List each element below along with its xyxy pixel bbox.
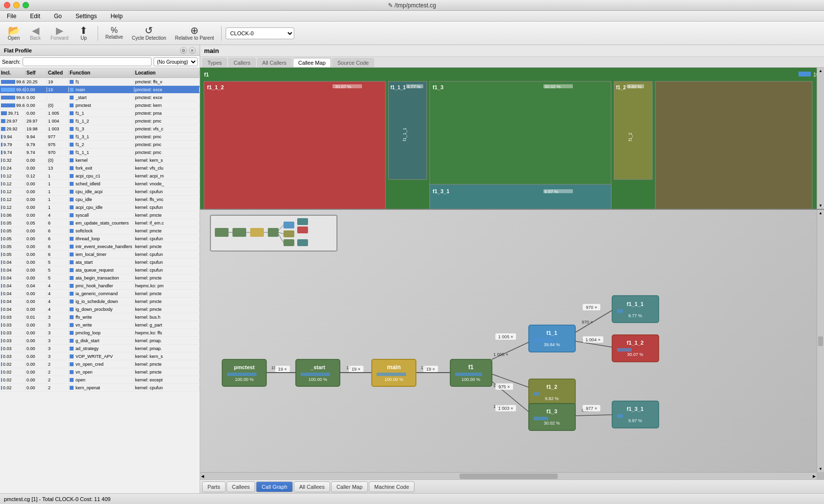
bottom-tab-parts[interactable]: Parts [202, 481, 226, 492]
svg-line-56 [575, 310, 612, 332]
panel-settings-button[interactable]: ⚙ [180, 47, 187, 54]
back-button[interactable]: ◀ Back [26, 24, 45, 43]
menu-help[interactable]: Help [107, 12, 126, 21]
table-row[interactable]: 0.05 0.00 6 intr_event_execute_handlers … [0, 243, 200, 251]
table-row[interactable]: 0.12 0.00 1 acpi_cpu_idle kernel: cpufun [0, 203, 200, 211]
svg-text:30.07 %: 30.07 % [335, 84, 351, 89]
bottom-tab-machine-code[interactable]: Machine Code [369, 481, 414, 492]
search-input[interactable] [23, 57, 152, 66]
scroll-down-button[interactable]: ▼ [817, 467, 824, 472]
minimize-button[interactable] [13, 2, 20, 8]
td-self: 0.00 [26, 385, 47, 390]
table-row[interactable]: 0.02 0.00 2 vn_open kernel: pmcte [0, 368, 200, 376]
table-row[interactable]: 0.12 0.00 1 cpu_idle_acpi kernel: cpufun [0, 188, 200, 196]
tab-callers[interactable]: Callers [228, 58, 256, 67]
table-row[interactable]: 0.12 0.00 1 cpu_idle kernel: ffs_vnc [0, 196, 200, 203]
table-row[interactable]: 0.03 0.00 3 g_disk_start kernel: pmap. [0, 337, 200, 345]
table-row[interactable]: 29.97 29.97 1 004 f1_1_2 pmctest: pmc [0, 117, 200, 125]
table-row[interactable]: 99.67 0.00 _start pmctest: exce [0, 94, 200, 101]
scroll-left-button[interactable]: ◀ [200, 474, 204, 479]
table-row[interactable]: 9.94 9.94 977 f1_3_1 pmctest: pmc [0, 133, 200, 141]
table-row[interactable]: 0.02 0.00 2 open kernel: except [0, 376, 200, 384]
menubar: File Edit Go Settings Help [0, 11, 824, 22]
table-row[interactable]: 0.06 0.00 4 syscall kernel: pmcte [0, 211, 200, 219]
td-loc: kernel: kern_s [134, 158, 200, 163]
table-row[interactable]: 0.03 0.00 3 vn_write kernel: g_part [0, 321, 200, 329]
scroll-thumb[interactable] [818, 336, 823, 346]
bottom-tab-caller-map[interactable]: Caller Map [331, 481, 368, 492]
svg-rect-96 [617, 348, 632, 352]
table-row[interactable]: 0.05 0.00 6 ithread_loop kernel: cpufun [0, 235, 200, 243]
td-incl: 0.02 [0, 385, 26, 390]
table-row[interactable]: 0.04 0.00 4 ig_down_procbody kernel: pmc… [0, 305, 200, 313]
svg-text:30.02 %: 30.02 % [544, 84, 561, 89]
td-incl: 0.12 [0, 205, 26, 210]
scroll-up-button[interactable]: ▲ [817, 210, 824, 215]
table-row[interactable]: 29.92 19.98 1 003 f1_3 pmctest: vfs_c [0, 125, 200, 133]
maximize-button[interactable] [23, 2, 29, 8]
table-row[interactable]: 0.05 0.00 6 iem_local_timer kernel: cpuf… [0, 251, 200, 258]
tab-types[interactable]: Types [202, 58, 227, 67]
table-row[interactable]: 0.05 0.05 6 em_update_stats_counters ker… [0, 219, 200, 227]
table-row[interactable]: 0.04 0.00 4 ia_generic_command kernel: p… [0, 290, 200, 298]
up-button[interactable]: ⬆ Up [74, 24, 94, 43]
menu-file[interactable]: File [4, 12, 19, 21]
svg-rect-64 [227, 373, 257, 376]
bottom-tab-all-callees[interactable]: All Callees [294, 481, 330, 492]
grouping-select[interactable]: (No Grouping) [154, 57, 198, 66]
svg-text:f1_1_1: f1_1_1 [390, 85, 406, 90]
callgraph-vscrollbar[interactable]: ▲ ▼ [817, 210, 824, 472]
cycle-detection-button[interactable]: ↺ Cycle Detection [129, 24, 170, 43]
td-func: acpi_cpu_idle [69, 205, 134, 210]
td-called: 3 [47, 338, 69, 343]
forward-button[interactable]: ▶ Forward [47, 24, 72, 43]
menu-settings[interactable]: Settings [73, 12, 100, 21]
treemap-scrollbar[interactable]: ▲ ▼ [817, 68, 824, 209]
table-row[interactable]: 0.04 0.00 5 ata_queue_request kernel: cp… [0, 266, 200, 274]
menu-go[interactable]: Go [51, 12, 65, 21]
relative-button[interactable]: % Relative [102, 24, 127, 43]
scroll-right-button[interactable]: ▶ [813, 474, 817, 479]
table-row[interactable]: 0.05 0.00 6 softclock kernel: pmcte [0, 227, 200, 235]
table-row[interactable]: 0.03 0.00 3 ad_strategy kernel: pmap. [0, 345, 200, 353]
td-incl: 29.97 [0, 119, 26, 124]
bottom-tab-callees[interactable]: Callees [227, 481, 256, 492]
hscroll-thumb[interactable] [460, 474, 558, 479]
table-row[interactable]: 99.67 0.00 19 main pmctest: exce [0, 86, 200, 94]
panel-close-button[interactable]: ✕ [189, 47, 196, 54]
table-row[interactable]: 0.04 0.00 4 ig_io_schedule_down kernel: … [0, 298, 200, 305]
table-row[interactable]: 0.02 0.00 2 kern_openat kernel: cpufun [0, 384, 200, 392]
table-row[interactable]: 0.02 0.00 2 vn_open_cred kernel: pmcte [0, 360, 200, 368]
tab-all-callers[interactable]: All Callers [257, 58, 292, 67]
table-row[interactable]: 99.67 20.25 19 f1 pmctest: ffs_v [0, 78, 200, 86]
table-row[interactable]: 0.04 0.00 5 ata_start kernel: cpufun [0, 258, 200, 266]
table-row[interactable]: 0.03 0.01 3 ffs_write kernel: bus.h [0, 313, 200, 321]
table-row[interactable]: 0.04 0.00 5 ata_begin_transaction kernel… [0, 274, 200, 282]
open-button[interactable]: 📂 Open [4, 24, 24, 43]
table-row[interactable]: 0.24 0.00 13 fork_exit kernel: vfs_clu [0, 164, 200, 172]
table-row[interactable]: 0.03 0.00 3 VOP_WRITE_APV kernel: kern_s [0, 353, 200, 360]
table-row[interactable]: 0.12 0.12 1 acpi_cpu_c1 kernel: acpi_m [0, 172, 200, 180]
table-row[interactable]: 99.67 0.00 (0) pmctest pmctest: kern [0, 101, 200, 109]
clock-dropdown[interactable]: CLOCK-0 [226, 27, 294, 39]
close-button[interactable] [4, 2, 10, 8]
callgraph-hscrollbar[interactable]: ◀ ▶ [200, 472, 817, 479]
table-row[interactable]: 9.79 9.79 975 f1_2 pmctest: pmc [0, 141, 200, 149]
table-row[interactable]: 9.74 9.74 970 f1_1_1 pmctest: pmc [0, 149, 200, 156]
td-self: 0.00 [26, 346, 47, 351]
tab-source-code[interactable]: Source Code [332, 58, 374, 67]
table-row[interactable]: 0.12 0.00 1 sched_idletd kernel: vnode_ [0, 180, 200, 188]
table-row[interactable]: 39.71 0.00 1 005 f1_1 pmctest: pma [0, 109, 200, 117]
tab-callee-map[interactable]: Callee Map [293, 58, 331, 67]
back-label: Back [30, 35, 41, 41]
table-row[interactable]: 0.03 0.00 3 pmclog_loop hwpmc.ko: ffs [0, 329, 200, 337]
table-row[interactable]: 0.32 0.00 (0) kernel kernel: kern_s [0, 156, 200, 164]
table-row[interactable]: 0.04 0.04 4 pmc_hook_handler hwpmc.ko: p… [0, 282, 200, 290]
td-incl: 9.79 [0, 142, 26, 147]
bottom-tab-call-graph[interactable]: Call Graph [256, 481, 293, 492]
relative-to-parent-button[interactable]: ⊕ Relative to Parent [172, 24, 218, 43]
menu-edit[interactable]: Edit [27, 12, 43, 21]
td-func: ad_strategy [69, 346, 134, 351]
search-label: Search: [2, 59, 21, 65]
forward-icon: ▶ [56, 25, 63, 35]
